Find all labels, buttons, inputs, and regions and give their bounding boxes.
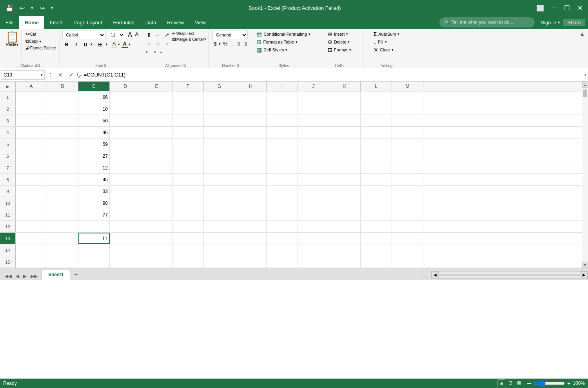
- cell-M8[interactable]: [392, 174, 423, 185]
- cell-L8[interactable]: [361, 174, 392, 185]
- currency-dropdown[interactable]: ▾: [219, 42, 221, 46]
- cell-A5[interactable]: [16, 138, 47, 150]
- cell-I5[interactable]: [267, 138, 298, 150]
- cell-C1[interactable]: 66: [78, 91, 110, 103]
- cell-B6[interactable]: [47, 150, 78, 162]
- cell-K9[interactable]: [329, 186, 361, 197]
- cell-B13[interactable]: [47, 233, 78, 244]
- cell-A8[interactable]: [16, 174, 47, 185]
- cell-F6[interactable]: [172, 150, 204, 162]
- copy-button[interactable]: ⧉ Copy ▾: [24, 38, 57, 44]
- cell-L2[interactable]: [361, 103, 392, 115]
- menu-page-layout[interactable]: Page Layout: [68, 16, 108, 29]
- cell-J3[interactable]: [298, 115, 329, 126]
- align-right-button[interactable]: ≡: [163, 40, 171, 48]
- cell-D8[interactable]: [110, 174, 141, 185]
- share-button[interactable]: Share: [563, 19, 585, 26]
- menu-home[interactable]: Home: [19, 16, 44, 29]
- row-number-13[interactable]: 13: [0, 233, 16, 244]
- cell-M11[interactable]: [392, 209, 423, 220]
- cell-M1[interactable]: [392, 91, 423, 103]
- cell-K10[interactable]: [329, 197, 361, 209]
- cell-L7[interactable]: [361, 162, 392, 173]
- col-header-f[interactable]: F: [172, 82, 204, 91]
- cell-C11[interactable]: 77: [78, 209, 110, 220]
- cell-J10[interactable]: [298, 197, 329, 209]
- cell-G10[interactable]: [204, 197, 235, 209]
- cell-I9[interactable]: [267, 186, 298, 197]
- cell-J4[interactable]: [298, 127, 329, 138]
- cell-I1[interactable]: [267, 91, 298, 103]
- cell-K5[interactable]: [329, 138, 361, 150]
- format-painter-button[interactable]: 🖌 Format Painter: [24, 45, 57, 51]
- col-header-h[interactable]: H: [235, 82, 267, 91]
- row-number-14[interactable]: 14: [0, 244, 16, 256]
- cell-H9[interactable]: [235, 186, 267, 197]
- increase-indent-button[interactable]: ⇥: [151, 49, 157, 55]
- scroll-down-button[interactable]: ▼: [582, 262, 588, 268]
- cell-G11[interactable]: [204, 209, 235, 220]
- cell-C2[interactable]: 10: [78, 103, 110, 115]
- cell-H5[interactable]: [235, 138, 267, 150]
- formula-input[interactable]: [82, 70, 583, 80]
- cell-F4[interactable]: [172, 127, 204, 138]
- underline-dropdown[interactable]: ▾: [91, 42, 93, 46]
- row-number-1[interactable]: 1: [0, 91, 16, 103]
- cell-E3[interactable]: [141, 115, 172, 126]
- cell-I10[interactable]: [267, 197, 298, 209]
- cut-button[interactable]: ✂ Cut: [24, 31, 57, 38]
- cell-E15[interactable]: [141, 256, 172, 268]
- font-family-select[interactable]: Calibri: [62, 31, 105, 39]
- cell-B15[interactable]: [47, 256, 78, 268]
- cell-G15[interactable]: [204, 256, 235, 268]
- cell-J8[interactable]: [298, 174, 329, 185]
- col-header-e[interactable]: E: [141, 82, 172, 91]
- row-number-10[interactable]: 10: [0, 197, 16, 209]
- cell-H12[interactable]: [235, 221, 267, 232]
- select-all-button[interactable]: ▶: [0, 82, 15, 91]
- cell-D1[interactable]: [110, 91, 141, 103]
- cell-B5[interactable]: [47, 138, 78, 150]
- cell-F5[interactable]: [172, 138, 204, 150]
- decrease-decimal-button[interactable]: .0: [242, 42, 249, 47]
- confirm-formula-icon[interactable]: ✓: [67, 71, 75, 79]
- sheet-next-button[interactable]: ▶: [22, 273, 28, 280]
- cell-D10[interactable]: [110, 197, 141, 209]
- cell-D7[interactable]: [110, 162, 141, 173]
- cell-H7[interactable]: [235, 162, 267, 173]
- alignment-expand-icon[interactable]: ⧉: [183, 64, 186, 68]
- menu-insert[interactable]: Insert: [44, 16, 68, 29]
- cell-C9[interactable]: 33: [78, 186, 110, 197]
- italic-button[interactable]: I: [72, 41, 80, 48]
- cell-K15[interactable]: [329, 256, 361, 268]
- cell-E4[interactable]: [141, 127, 172, 138]
- cancel-formula-icon[interactable]: ✕: [56, 71, 64, 79]
- scroll-right-button[interactable]: ▶: [581, 271, 588, 278]
- page-break-view-button[interactable]: ⊠: [515, 379, 523, 387]
- cell-G5[interactable]: [204, 138, 235, 150]
- cell-D9[interactable]: [110, 186, 141, 197]
- cell-L5[interactable]: [361, 138, 392, 150]
- menu-file[interactable]: File: [0, 16, 19, 29]
- cell-F2[interactable]: [172, 103, 204, 115]
- cell-F8[interactable]: [172, 174, 204, 185]
- sheet-options-icon[interactable]: ⋯: [423, 274, 427, 280]
- insert-button[interactable]: ⊕ Insert ▾: [325, 31, 354, 38]
- name-box-menu[interactable]: ⋮: [46, 72, 55, 78]
- cell-B11[interactable]: [47, 209, 78, 220]
- increase-decimal-button[interactable]: .0: [235, 42, 241, 47]
- text-direction-button[interactable]: ↔: [158, 49, 165, 55]
- scroll-left-button[interactable]: ◀: [432, 271, 439, 278]
- cell-K12[interactable]: [329, 221, 361, 232]
- cell-I4[interactable]: [267, 127, 298, 138]
- menu-formulas[interactable]: Formulas: [108, 16, 140, 29]
- cell-D3[interactable]: [110, 115, 141, 126]
- cell-C5[interactable]: 59: [78, 138, 110, 150]
- cell-B9[interactable]: [47, 186, 78, 197]
- cell-E1[interactable]: [141, 91, 172, 103]
- number-expand-icon[interactable]: ⧉: [237, 64, 239, 68]
- scroll-thumb[interactable]: [583, 89, 587, 97]
- cell-H6[interactable]: [235, 150, 267, 162]
- sheet-first-button[interactable]: ◀◀: [3, 273, 13, 280]
- cell-I15[interactable]: [267, 256, 298, 268]
